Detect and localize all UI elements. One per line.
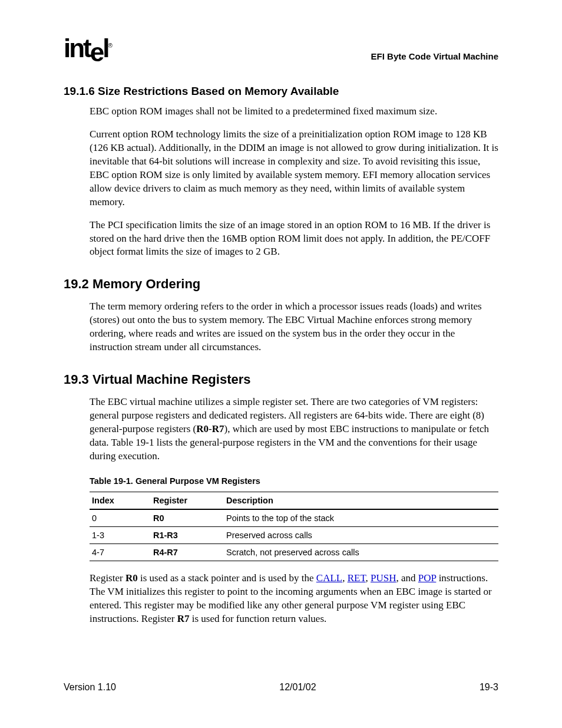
page-header: intel® EFI Byte Code Virtual Machine: [64, 35, 498, 61]
paragraph: Current option ROM technology limits the…: [90, 128, 498, 209]
table-cell: Scratch, not preserved across calls: [224, 543, 498, 561]
vm-registers-table: Index Register Description 0 R0 Points t…: [90, 492, 498, 561]
document-title: EFI Byte Code Virtual Machine: [371, 51, 498, 61]
text: Register: [90, 572, 125, 584]
table-cell: R4-R7: [151, 543, 224, 561]
text: ,: [366, 572, 371, 584]
text: ,: [342, 572, 348, 584]
table-header: Description: [224, 492, 498, 509]
table-header-row: Index Register Description: [90, 492, 498, 509]
footer-page: 19-3: [480, 682, 498, 693]
bold-text: R0: [125, 572, 138, 584]
paragraph: The EBC virtual machine utilizes a simpl…: [90, 396, 498, 463]
page: intel® EFI Byte Code Virtual Machine 19.…: [0, 0, 562, 626]
paragraph: EBC option ROM images shall not be limit…: [90, 105, 498, 118]
table-cell: R1-R3: [151, 526, 224, 543]
footer-version: Version 1.10: [64, 682, 116, 693]
text: is used as a stack pointer and is used b…: [138, 572, 316, 584]
table-row: 4-7 R4-R7 Scratch, not preserved across …: [90, 543, 498, 561]
table-row: 1-3 R1-R3 Preserved across calls: [90, 526, 498, 543]
intel-logo: intel®: [64, 35, 111, 61]
link-push[interactable]: PUSH: [371, 572, 396, 584]
bold-text: R7: [177, 613, 190, 624]
table-cell: Points to the top of the stack: [224, 509, 498, 527]
link-call[interactable]: CALL: [316, 572, 342, 584]
paragraph: The term memory ordering refers to the o…: [90, 300, 498, 354]
table-cell: 0: [90, 509, 151, 527]
page-footer: Version 1.10 12/01/02 19-3: [64, 682, 498, 693]
table-header: Register: [151, 492, 224, 509]
heading-19-2: 19.2 Memory Ordering: [64, 276, 498, 292]
table-header: Index: [90, 492, 151, 509]
heading-19-1-6: 19.1.6 Size Restrictions Based on Memory…: [64, 85, 498, 98]
table-cell: R0: [151, 509, 224, 527]
table-cell: 1-3: [90, 526, 151, 543]
paragraph: Register R0 is used as a stack pointer a…: [90, 572, 498, 626]
table-cell: 4-7: [90, 543, 151, 561]
footer-date: 12/01/02: [279, 682, 316, 693]
link-ret[interactable]: RET: [348, 572, 366, 584]
text: is used for function return values.: [190, 613, 327, 624]
table-caption: Table 19-1. General Purpose VM Registers: [90, 476, 498, 486]
table-row: 0 R0 Points to the top of the stack: [90, 509, 498, 527]
table-cell: Preserved across calls: [224, 526, 498, 543]
text: , and: [396, 572, 418, 584]
link-pop[interactable]: POP: [418, 572, 437, 584]
heading-19-3: 19.3 Virtual Machine Registers: [64, 372, 498, 387]
bold-text: R7: [212, 423, 224, 434]
paragraph: The PCI specification limits the size of…: [90, 219, 498, 259]
bold-text: R0: [196, 423, 209, 434]
